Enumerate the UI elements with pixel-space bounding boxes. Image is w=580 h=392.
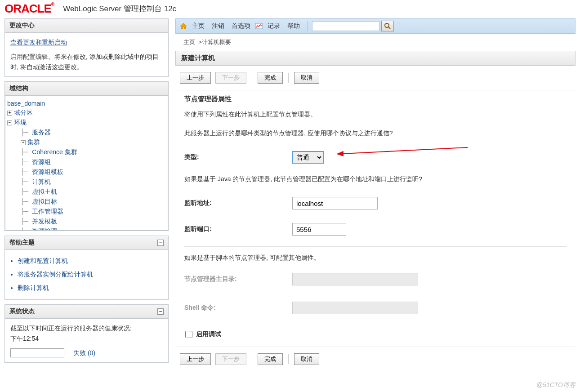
tree-machines[interactable]: 计算机	[32, 178, 51, 185]
toolbar-logout[interactable]: 注销	[209, 22, 227, 30]
tree-resource-groups[interactable]: 资源组	[32, 158, 51, 165]
domain-tree[interactable]: base_domain +域分区 −环境 ├─ 服务器 +集群 ├─ Coher…	[5, 96, 168, 231]
help-link-3[interactable]: 删除计算机	[18, 284, 49, 291]
tree-coherence[interactable]: Coherence 集群	[32, 148, 77, 156]
breadcrumb: 主页 >计算机概要	[175, 34, 576, 51]
type-select[interactable]: 普通	[292, 151, 324, 164]
svg-point-1	[385, 23, 389, 27]
back-button[interactable]: 上一步	[180, 72, 211, 84]
section-title: 新建计算机	[175, 51, 576, 66]
cancel-button[interactable]: 取消	[294, 72, 319, 84]
tree-resource-mgmt[interactable]: 资源管理	[32, 227, 57, 231]
breadcrumb-home[interactable]: 主页	[183, 39, 195, 45]
toolbar-home[interactable]: 主页	[189, 22, 207, 30]
record-icon[interactable]	[255, 23, 263, 29]
java-question: 如果是基于 Java 的节点管理器, 此节点管理器已配置为在哪个地址和端口上进行…	[184, 173, 567, 192]
nm-home-label: 节点管理器主目录:	[184, 275, 292, 283]
debug-label: 启用调试	[196, 330, 221, 339]
shell-cmd-input	[292, 302, 418, 314]
finish-button[interactable]: 完成	[258, 72, 283, 84]
help-topics-panel: 帮助主题 − 创建和配置计算机 将服务器实例分配给计算机 删除计算机	[4, 236, 169, 300]
finish-button-bottom[interactable]: 完成	[258, 353, 283, 365]
oracle-logo: ORACLE®	[4, 2, 54, 16]
nm-home-input	[292, 273, 418, 285]
search-icon	[384, 22, 391, 30]
listen-addr-input[interactable]	[292, 197, 378, 209]
collapse-icon[interactable]: −	[157, 240, 164, 246]
tree-environment[interactable]: 环境	[14, 119, 27, 126]
search-button[interactable]	[381, 21, 394, 31]
listen-port-label: 监听端口:	[184, 225, 292, 233]
change-center-desc: 启用配置编辑。将来在修改, 添加或删除此域中的项目时, 将自动激活这些更改。	[10, 52, 163, 72]
annotation-arrow-icon	[337, 144, 472, 162]
next-button-bottom: 下一步	[215, 353, 246, 365]
expand-icon[interactable]: +	[21, 140, 26, 145]
expand-icon[interactable]: +	[7, 111, 12, 116]
next-button: 下一步	[215, 72, 246, 84]
cancel-button-bottom[interactable]: 取消	[294, 353, 319, 365]
toolbar-help[interactable]: 帮助	[285, 22, 303, 30]
search-input[interactable]	[312, 21, 379, 31]
domain-structure-title: 域结构	[5, 82, 168, 96]
domain-structure-panel: 域结构 base_domain +域分区 −环境 ├─ 服务器 +集群 ├─ C…	[4, 81, 169, 231]
app-title: WebLogic Server 管理控制台 12c	[63, 4, 176, 14]
change-center-title: 更改中心	[5, 19, 168, 33]
home-icon[interactable]	[179, 22, 187, 30]
listen-port-input[interactable]	[292, 223, 346, 236]
collapse-icon[interactable]: −	[7, 120, 12, 125]
tree-concurrent-templates[interactable]: 并发模板	[32, 218, 57, 225]
tree-clusters[interactable]: 集群	[27, 138, 40, 146]
tree-root[interactable]: base_domain	[7, 100, 45, 107]
tree-servers[interactable]: 服务器	[32, 129, 51, 136]
type-label: 类型:	[184, 153, 292, 161]
help-topics-title: 帮助主题	[9, 239, 35, 247]
form-heading: 节点管理器属性	[184, 92, 567, 106]
system-status-time: 下午12:54	[10, 334, 163, 343]
form-desc: 将使用下列属性在此计算机上配置节点管理器。	[184, 106, 567, 127]
system-status-running: 截至以下时间正在运行的服务器的健康状况:	[10, 323, 163, 333]
system-status-title: 系统状态	[9, 307, 35, 316]
fail-count[interactable]: 失败 (0)	[73, 348, 95, 358]
tree-resource-templates[interactable]: 资源组模板	[32, 168, 63, 175]
view-changes-link[interactable]: 查看更改和重新启动	[10, 39, 67, 46]
toolbar-preferences[interactable]: 首选项	[229, 22, 253, 30]
back-button-bottom[interactable]: 上一步	[180, 353, 211, 365]
tree-virtual-targets[interactable]: 虚拟目标	[32, 198, 57, 205]
system-status-panel: 系统状态 − 截至以下时间正在运行的服务器的健康状况: 下午12:54 失败 (…	[4, 304, 169, 363]
breadcrumb-current: 计算机概要	[202, 39, 231, 45]
help-link-1[interactable]: 创建和配置计算机	[18, 257, 68, 264]
tree-virtual-hosts[interactable]: 虚拟主机	[32, 188, 57, 195]
button-row-top: 上一步 下一步 完成 取消	[175, 66, 576, 90]
health-bar	[10, 348, 64, 357]
svg-line-3	[342, 147, 468, 154]
change-center-panel: 更改中心 查看更改和重新启动 启用配置编辑。将来在修改, 添加或删除此域中的项目…	[4, 18, 169, 77]
svg-line-2	[388, 27, 390, 29]
debug-checkbox[interactable]	[185, 331, 192, 338]
listen-addr-label: 监听地址:	[184, 199, 292, 207]
shell-cmd-label: Shell 命令:	[184, 304, 292, 312]
tree-partition[interactable]: 域分区	[14, 109, 33, 116]
help-link-2[interactable]: 将服务器实例分配给计算机	[18, 271, 93, 278]
toolbar-record[interactable]: 记录	[265, 22, 283, 30]
tree-work-managers[interactable]: 工作管理器	[32, 208, 63, 215]
collapse-icon[interactable]: −	[157, 308, 164, 315]
type-question: 此服务器上运行的是哪种类型的节点管理器, 应使用哪个协议与之进行通信?	[184, 127, 567, 147]
app-header: ORACLE® WebLogic Server 管理控制台 12c	[0, 0, 580, 18]
script-question: 如果是基于脚本的节点管理器, 可配置其他属性。	[184, 251, 567, 268]
button-row-bottom: 上一步 下一步 完成 取消	[175, 347, 576, 371]
top-toolbar: 主页 注销 首选项 记录 帮助	[175, 18, 576, 34]
